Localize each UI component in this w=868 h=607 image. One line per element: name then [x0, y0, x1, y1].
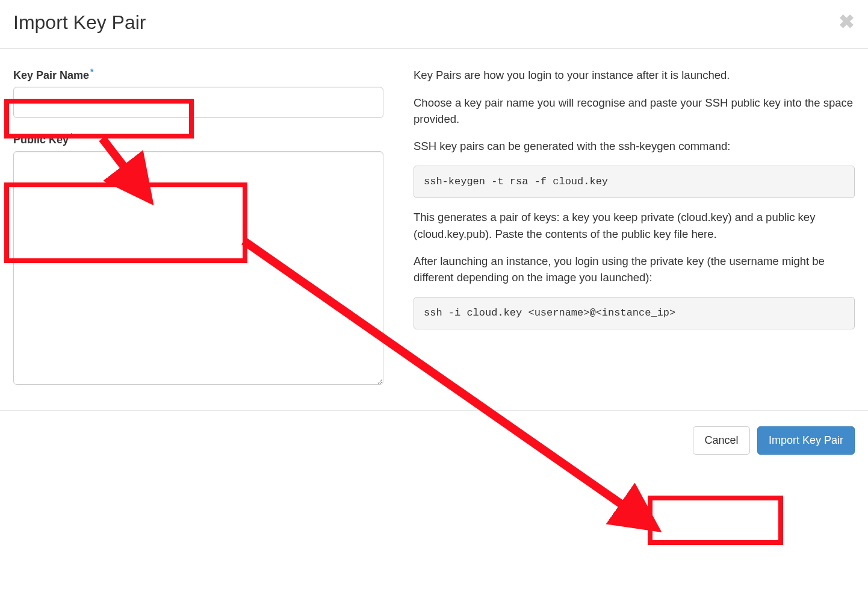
help-paragraph: After launching an instance, you login u… [414, 253, 855, 286]
public-key-group: Public Key* [13, 131, 383, 385]
public-key-label: Public Key* [13, 131, 73, 146]
modal-title: Import Key Pair [13, 12, 146, 33]
code-block-keygen: ssh-keygen -t rsa -f cloud.key [414, 166, 855, 199]
help-column: Key Pairs are how you login to your inst… [414, 67, 855, 398]
close-icon[interactable]: ✖ [839, 12, 855, 31]
import-key-pair-button[interactable]: Import Key Pair [757, 426, 855, 455]
help-paragraph: SSH key pairs can be generated with the … [414, 138, 855, 154]
form-column: Key Pair Name* Public Key* [13, 67, 383, 398]
modal-body: Key Pair Name* Public Key* Key Pairs are… [0, 49, 868, 410]
required-asterisk: * [90, 67, 93, 76]
modal-footer: Cancel Import Key Pair [0, 410, 868, 470]
modal-header: Import Key Pair ✖ [0, 0, 868, 49]
public-key-label-text: Public Key [13, 134, 69, 146]
key-pair-name-label-text: Key Pair Name [13, 69, 89, 81]
required-asterisk: * [70, 131, 73, 141]
annotation-box [648, 496, 783, 545]
public-key-textarea[interactable] [13, 151, 383, 385]
code-block-ssh: ssh -i cloud.key <username>@<instance_ip… [414, 297, 855, 330]
help-paragraph: Choose a key pair name you will recognis… [414, 95, 855, 128]
key-pair-name-input[interactable] [13, 87, 383, 118]
help-paragraph: This generates a pair of keys: a key you… [414, 209, 855, 242]
help-paragraph: Key Pairs are how you login to your inst… [414, 67, 855, 83]
key-pair-name-group: Key Pair Name* [13, 67, 383, 118]
key-pair-name-label: Key Pair Name* [13, 67, 94, 82]
cancel-button[interactable]: Cancel [693, 426, 749, 455]
